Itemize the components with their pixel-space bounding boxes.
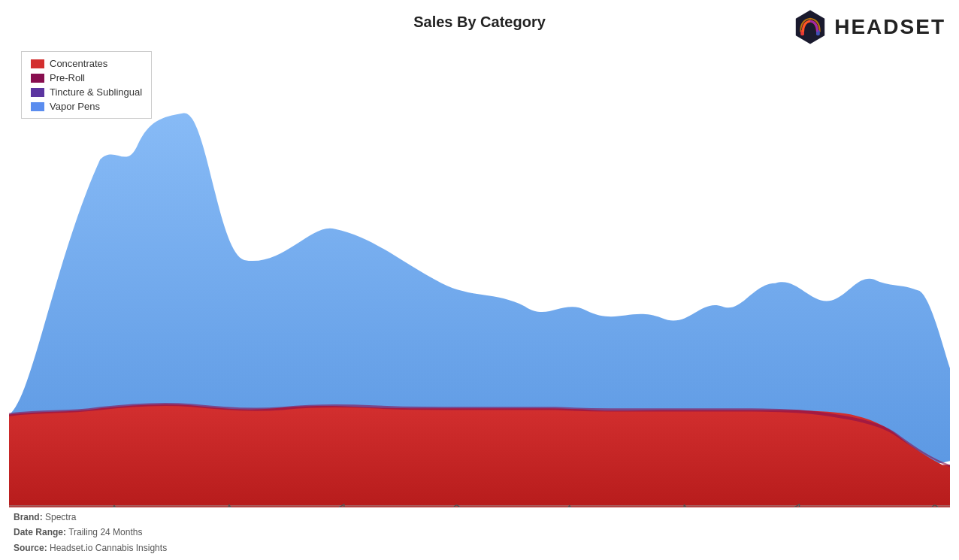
logo-text: HEADSET	[834, 15, 945, 39]
source-value: Headset.io Cannabis Insights	[50, 543, 167, 553]
brand-label: Brand:	[14, 512, 43, 522]
headset-logo-icon	[792, 9, 828, 45]
legend-color-preroll	[31, 74, 44, 83]
legend-label-concentrates: Concentrates	[50, 58, 107, 69]
legend-item-tincture: Tincture & Sublingual	[31, 86, 142, 98]
legend-color-concentrates	[31, 59, 44, 68]
legend-item-concentrates: Concentrates	[31, 58, 142, 69]
legend-item-preroll: Pre-Roll	[31, 72, 142, 83]
date-range-label: Date Range:	[14, 527, 66, 537]
legend-color-tincture	[31, 88, 44, 97]
chart-container: HEADSET Sales By Category Concentrates P…	[0, 0, 959, 560]
footer-info: Brand: Spectra Date Range: Trailing 24 M…	[14, 510, 167, 555]
source-label: Source:	[14, 543, 47, 553]
legend-label-vapor: Vapor Pens	[50, 101, 100, 112]
svg-marker-0	[796, 11, 824, 44]
logo-area: HEADSET	[792, 9, 945, 45]
legend-label-tincture: Tincture & Sublingual	[50, 86, 142, 98]
concentrates-area	[9, 404, 950, 507]
chart-legend: Concentrates Pre-Roll Tincture & Subling…	[21, 51, 152, 119]
legend-item-vapor: Vapor Pens	[31, 101, 142, 112]
legend-label-preroll: Pre-Roll	[50, 72, 85, 83]
legend-color-vapor	[31, 102, 44, 111]
brand-value: Spectra	[45, 512, 76, 522]
date-range-value: Trailing 24 Months	[68, 527, 142, 537]
